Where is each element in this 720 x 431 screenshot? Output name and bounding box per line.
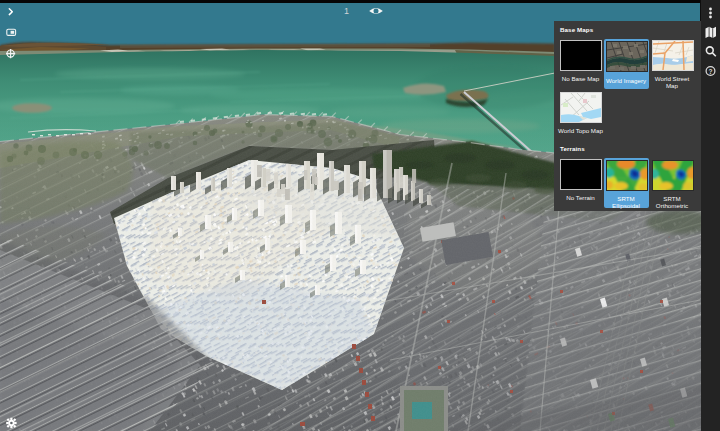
svg-text:?: ? [709, 68, 713, 75]
svg-text:1: 1 [344, 6, 349, 16]
